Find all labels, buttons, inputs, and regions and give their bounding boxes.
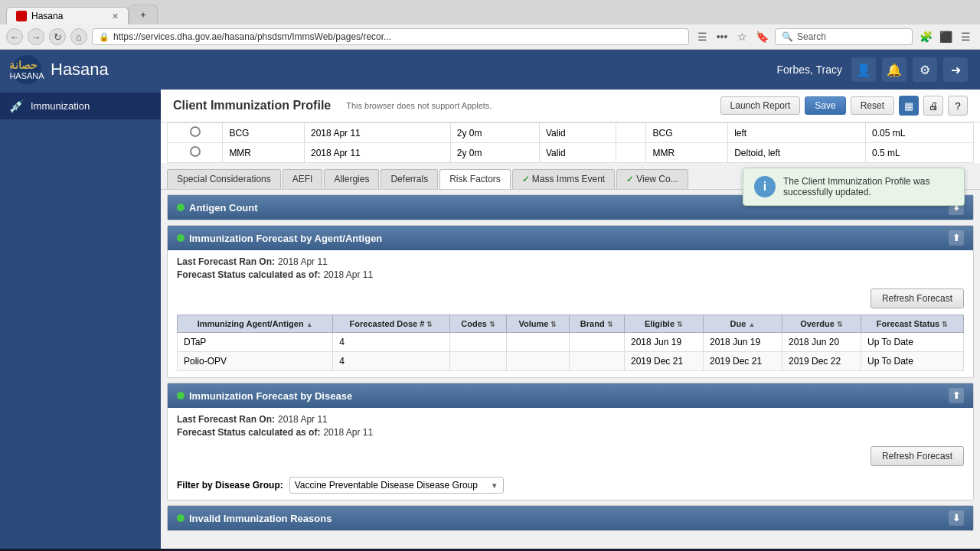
agent-opv: Polio-OPV (178, 352, 333, 371)
lock-icon: 🔒 (99, 32, 109, 42)
status-cell: Valid (539, 123, 616, 143)
menu-icon[interactable]: ☰ (957, 28, 974, 45)
notification-box: i The Client Immunization Profile was su… (743, 168, 965, 206)
dose-dtap: 4 (333, 333, 449, 352)
last-forecast-row2: Last Forecast Ran On: 2018 Apr 11 (177, 414, 964, 425)
user-name: Forbes, Tracy (776, 64, 842, 76)
star-icon[interactable]: ☆ (733, 28, 750, 45)
col-agent[interactable]: Immunizing Agent/Antigen ▲ (178, 315, 333, 333)
invalid-section-header: Invalid Immunization Reasons ⬇ (168, 506, 973, 530)
logo-circle: حصانة HASANA (12, 55, 41, 84)
expand-icon2[interactable]: ⬆ (949, 388, 964, 403)
browser-tab[interactable]: Hasana ✕ (6, 7, 129, 24)
user-icon-btn[interactable]: 👤 (851, 57, 876, 82)
forecast-agent-actions: Refresh Forecast (168, 285, 973, 315)
profile-subtitle: This browser does not support Applets. (346, 101, 492, 110)
last-forecast-value2: 2018 Apr 11 (278, 414, 328, 425)
record-radio-1[interactable] (190, 126, 201, 137)
col-codes[interactable]: Codes ⇅ (449, 315, 507, 333)
col-brand[interactable]: Brand ⇅ (569, 315, 624, 333)
address-bar[interactable]: 🔒 https://services.dha.gov.ae/hasana/phs… (92, 28, 689, 45)
disease-group-select[interactable]: Vaccine Preventable Disease Disease Grou… (289, 477, 504, 494)
agent-cell (616, 143, 646, 163)
tab-allergies[interactable]: Allergies (324, 169, 379, 189)
refresh-forecast-button-2[interactable]: Refresh Forecast (871, 446, 964, 466)
codes-opv (449, 352, 507, 371)
forecast-disease-section: Immunization Forecast by Disease ⬆ Last … (167, 383, 974, 500)
forward-button[interactable]: → (28, 28, 44, 45)
section-icons2: ⬆ (949, 388, 964, 403)
eligible-dtap: 2018 Jun 19 (625, 333, 704, 352)
vaccine-cell: MMR (223, 143, 305, 163)
app-container: حصانة HASANA Hasana Forbes, Tracy 👤 🔔 ⚙ … (0, 50, 980, 549)
green-dot-icon3 (177, 392, 185, 399)
forecast-agent-title: Immunization Forecast by Agent/Antigen (189, 233, 382, 244)
forecast-agent-section: Immunization Forecast by Agent/Antigen ⬆… (167, 225, 974, 378)
search-box[interactable]: 🔍 Search (775, 28, 913, 45)
codes-dtap (449, 333, 507, 352)
record-radio-2[interactable] (190, 146, 201, 157)
back-button[interactable]: ← (6, 28, 23, 45)
forecast-disease-header: Immunization Forecast by Disease ⬆ (168, 383, 973, 408)
new-tab-button[interactable]: ＋ (129, 5, 158, 24)
search-icon: 🔍 (782, 31, 793, 42)
forecast-agent-meta: Last Forecast Ran On: 2018 Apr 11 Foreca… (168, 250, 973, 285)
tab-special-considerations[interactable]: Special Considerations (167, 169, 281, 189)
content-area: Client Immunization Profile This browser… (161, 90, 980, 549)
refresh-button[interactable]: ↻ (49, 28, 66, 45)
tab-close-button[interactable]: ✕ (112, 11, 119, 21)
dose-opv: 4 (333, 352, 449, 371)
extensions-icon[interactable]: 🧩 (917, 28, 934, 45)
help-icon-btn[interactable]: ? (948, 96, 968, 116)
forecast-table-header-row: Immunizing Agent/Antigen ▲ Forecasted Do… (178, 315, 964, 333)
sidebar-icon[interactable]: ⬛ (937, 28, 954, 45)
invalid-section: Invalid Immunization Reasons ⬇ (167, 505, 974, 531)
reset-button[interactable]: Reset (851, 96, 894, 115)
status-cell: Valid (539, 143, 616, 163)
app-header: حصانة HASANA Hasana Forbes, Tracy 👤 🔔 ⚙ … (0, 50, 980, 90)
tab-aefi[interactable]: AEFI (283, 169, 323, 189)
logout-icon-btn[interactable]: ➜ (943, 57, 968, 82)
tab-risk-factors[interactable]: Risk Factors (439, 169, 511, 189)
home-button[interactable]: ⌂ (70, 28, 87, 45)
date-cell: 2018 Apr 11 (305, 123, 451, 143)
forecast-status-value2: 2018 Apr 11 (323, 427, 373, 438)
antigen-count-title: Antigen Count (189, 202, 258, 214)
more-icon[interactable]: ••• (714, 28, 730, 45)
print-icon-btn[interactable]: 🖨 (923, 96, 943, 116)
date-cell: 2018 Apr 11 (305, 143, 451, 163)
brand-dtap (569, 333, 624, 352)
logo-arabic: حصانة (9, 59, 44, 71)
tab-mass-imms[interactable]: ✓Mass Imms Event (512, 169, 615, 189)
green-dot-icon (177, 204, 185, 211)
collapse-icon2[interactable]: ⬇ (949, 510, 964, 526)
last-forecast-row: Last Forecast Ran On: 2018 Apr 11 (177, 256, 964, 267)
tab-view-co[interactable]: ✓View Co... (616, 169, 688, 189)
expand-icon[interactable]: ⬆ (949, 230, 964, 246)
save-button[interactable]: Save (805, 96, 845, 115)
launch-report-button[interactable]: Launch Report (720, 96, 801, 115)
settings-icon-btn[interactable]: ⚙ (913, 57, 937, 82)
brand-opv (569, 352, 624, 371)
overdue-dtap: 2018 Jun 20 (782, 333, 861, 352)
sort-status-icon: ⇅ (942, 321, 948, 328)
sidebar-item-immunization[interactable]: 💉 Immunization (0, 93, 161, 119)
last-forecast-label2: Last Forecast Ran On: (177, 414, 275, 425)
refresh-forecast-button-1[interactable]: Refresh Forecast (871, 289, 964, 308)
notification-icon-btn[interactable]: 🔔 (882, 57, 906, 82)
age-cell: 2y 0m (450, 143, 539, 163)
table-view-icon-btn[interactable]: ▦ (899, 96, 919, 116)
age-cell: 2y 0m (450, 123, 539, 143)
bookmark2-icon[interactable]: 🔖 (753, 28, 770, 45)
col-eligible[interactable]: Eligible ⇅ (625, 315, 704, 333)
col-overdue[interactable]: Overdue ⇅ (782, 315, 861, 333)
col-status[interactable]: Forecast Status ⇅ (861, 315, 964, 333)
col-volume[interactable]: Volume ⇅ (507, 315, 569, 333)
col-due[interactable]: Due ▲ (704, 315, 782, 333)
sort-overdue-icon: ⇅ (837, 321, 843, 328)
bookmark-icon[interactable]: ☰ (694, 28, 710, 45)
tab-deferrals[interactable]: Deferrals (381, 169, 438, 189)
col-dose[interactable]: Forecasted Dose # ⇅ (333, 315, 449, 333)
agent2-cell: MMR (646, 143, 728, 163)
forecast-disease-title: Immunization Forecast by Disease (189, 390, 352, 402)
